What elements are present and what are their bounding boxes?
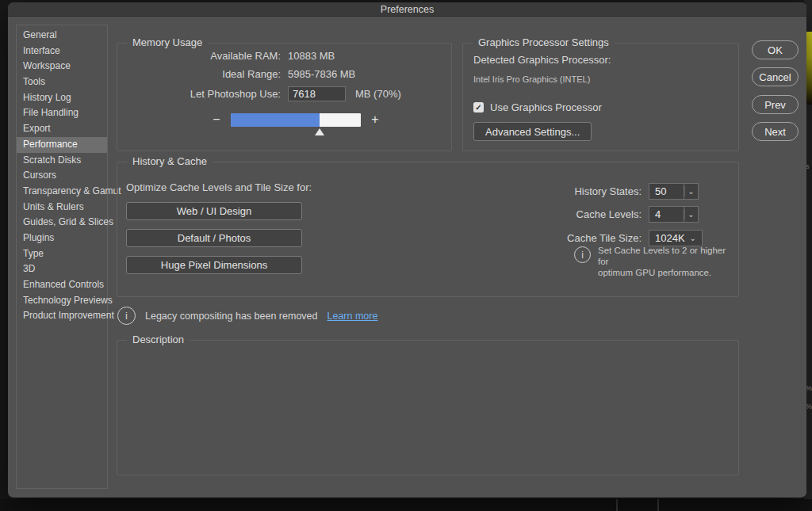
- sidebar-item-tools[interactable]: Tools: [17, 74, 107, 90]
- description-title: Description: [127, 334, 190, 345]
- sidebar-item-enhanced-controls[interactable]: Enhanced Controls: [17, 277, 107, 293]
- sidebar-item-3d[interactable]: 3D: [17, 261, 107, 277]
- gpu-cache-note: Set Cache Levels to 2 or higher for opti…: [598, 245, 738, 278]
- ideal-range-label: Ideal Range:: [117, 68, 281, 80]
- memory-usage-section: Memory Usage Available RAM: 10883 MB Ide…: [117, 43, 452, 151]
- sidebar-item-scratch-disks[interactable]: Scratch Disks: [17, 153, 107, 169]
- history-states-chevron-down-icon[interactable]: ⌄: [684, 183, 699, 200]
- preset-huge-pixel-dimensions-button[interactable]: Huge Pixel Dimensions: [126, 256, 302, 274]
- graphics-processor-section: Graphics Processor Settings Detected Gra…: [462, 43, 739, 151]
- sidebar-item-technology-previews[interactable]: Technology Previews: [17, 293, 107, 309]
- legacy-compositing-message: Legacy compositing has been removed: [145, 311, 318, 322]
- ideal-range-value: 5985-7836 MB: [288, 68, 355, 80]
- memory-slider-decrease-icon[interactable]: −: [210, 112, 223, 127]
- let-photoshop-use-label: Let Photoshop Use:: [117, 88, 281, 100]
- sidebar-item-type[interactable]: Type: [17, 246, 107, 262]
- sidebar-item-transparency-gamut[interactable]: Transparency & Gamut: [17, 184, 107, 200]
- legacy-compositing-notice: i Legacy compositing has been removed Le…: [117, 307, 377, 325]
- background-divider: [657, 499, 659, 511]
- cache-tile-size-value: 1024K: [655, 232, 685, 244]
- photoshop-screen: tt s % % Preferences General Interface W…: [0, 0, 812, 511]
- preferences-sidebar: General Interface Workspace Tools Histor…: [16, 25, 108, 489]
- preset-web-ui-design-button[interactable]: Web / UI Design: [126, 202, 302, 220]
- memory-amount-input[interactable]: [288, 86, 346, 101]
- cache-levels-chevron-down-icon[interactable]: ⌄: [684, 206, 699, 223]
- sidebar-item-file-handling[interactable]: File Handling: [17, 105, 107, 121]
- cache-levels-label: Cache Levels:: [446, 208, 642, 220]
- checkmark-icon: ✓: [475, 103, 481, 112]
- cancel-button[interactable]: Cancel: [752, 67, 799, 86]
- sidebar-item-plugins[interactable]: Plugins: [17, 231, 107, 246]
- memory-amount-suffix: MB (70%): [355, 88, 401, 100]
- cache-levels-value[interactable]: 4: [649, 206, 684, 223]
- background-text-fragment: %: [806, 402, 812, 410]
- memory-slider-track[interactable]: [231, 113, 361, 127]
- background-divider: [616, 499, 618, 511]
- sidebar-item-history-log[interactable]: History Log: [17, 90, 107, 106]
- dialog-titlebar[interactable]: Preferences: [8, 2, 806, 17]
- prev-button[interactable]: Prev: [752, 95, 799, 114]
- background-workspace: [0, 499, 812, 511]
- history-states-value[interactable]: 50: [649, 183, 684, 200]
- memory-slider-thumb[interactable]: [315, 128, 324, 135]
- dialog-title: Preferences: [381, 4, 434, 15]
- background-text-fragment: %: [806, 384, 812, 392]
- sidebar-item-general[interactable]: General: [17, 28, 107, 44]
- info-icon: i: [117, 307, 136, 325]
- preferences-dialog: Preferences General Interface Workspace …: [8, 2, 806, 498]
- next-button[interactable]: Next: [752, 122, 799, 141]
- sidebar-item-interface[interactable]: Interface: [17, 44, 107, 59]
- sidebar-item-product-improvement[interactable]: Product Improvement: [17, 308, 107, 324]
- detected-gpu-label: Detected Graphics Processor:: [473, 54, 611, 66]
- optimize-cache-label: Optimize Cache Levels and Tile Size for:: [126, 181, 312, 193]
- learn-more-link[interactable]: Learn more: [327, 311, 378, 322]
- history-cache-title: History & Cache: [127, 155, 213, 167]
- memory-slider-fill: [231, 113, 320, 127]
- sidebar-item-units-rulers[interactable]: Units & Rulers: [17, 200, 107, 215]
- info-icon: i: [574, 246, 591, 263]
- history-states-label: History States:: [446, 185, 642, 197]
- advanced-settings-button[interactable]: Advanced Settings...: [473, 122, 592, 141]
- history-cache-section: History & Cache Optimize Cache Levels an…: [117, 162, 739, 297]
- memory-slider-increase-icon[interactable]: +: [369, 112, 381, 127]
- sidebar-item-workspace[interactable]: Workspace: [17, 59, 107, 74]
- description-section: Description: [117, 340, 739, 475]
- sidebar-item-cursors[interactable]: Cursors: [17, 168, 107, 184]
- sidebar-item-export[interactable]: Export: [17, 121, 107, 137]
- graphics-processor-title: Graphics Processor Settings: [473, 36, 615, 48]
- detected-gpu-value: Intel Iris Pro Graphics (INTEL): [473, 74, 590, 84]
- available-ram-value: 10883 MB: [288, 50, 335, 62]
- memory-usage-title: Memory Usage: [127, 36, 208, 48]
- chevron-down-icon: ⌄: [690, 234, 696, 242]
- sidebar-item-guides-grid-slices[interactable]: Guides, Grid & Slices: [17, 215, 107, 231]
- cache-tile-size-dropdown[interactable]: 1024K ⌄: [649, 230, 703, 246]
- preset-default-photos-button[interactable]: Default / Photos: [126, 229, 302, 247]
- available-ram-label: Available RAM:: [117, 50, 281, 62]
- use-graphics-processor-label: Use Graphics Processor: [490, 101, 602, 113]
- cache-tile-size-label: Cache Tile Size:: [446, 232, 642, 244]
- ok-button[interactable]: OK: [752, 40, 799, 59]
- sidebar-item-performance[interactable]: Performance: [17, 137, 107, 153]
- use-graphics-processor-checkbox[interactable]: ✓: [473, 102, 484, 112]
